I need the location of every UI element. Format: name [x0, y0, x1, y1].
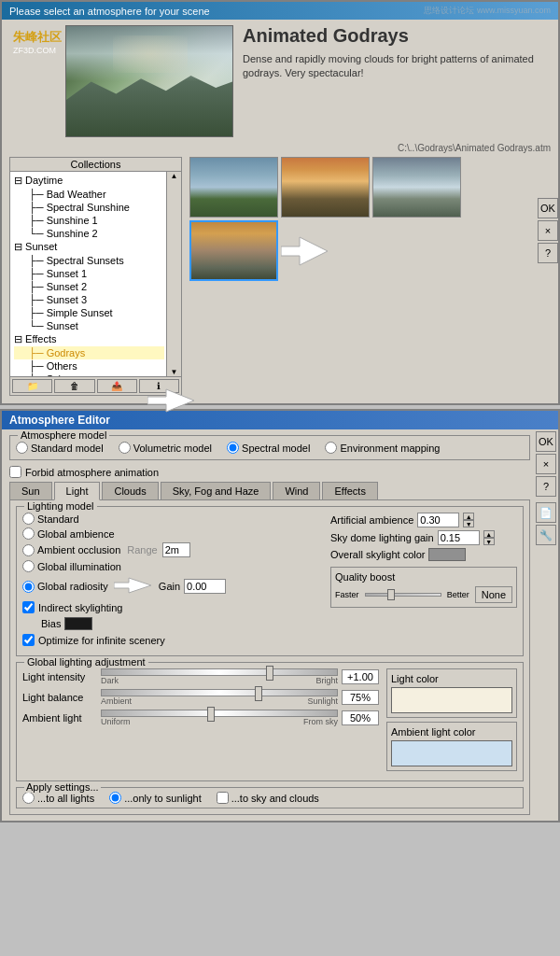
lighting-section: Standard Global ambience Ambient occlusi…: [22, 513, 517, 650]
light-intensity-value[interactable]: [342, 669, 379, 684]
optimize-infinite-checkbox[interactable]: [22, 634, 35, 646]
tab-sky-fog-haze[interactable]: Sky, Fog and Haze: [161, 482, 272, 499]
tree-item-spectral-sunshine[interactable]: ├─ Spectral Sunshine: [14, 201, 164, 214]
gain-input[interactable]: [184, 579, 226, 594]
model-environment-radio[interactable]: [325, 442, 337, 454]
forbid-animation-checkbox[interactable]: [9, 466, 21, 478]
tree-item-sunset3[interactable]: ├─ Sunset 3: [14, 293, 164, 306]
sky-dome-up[interactable]: ▲: [483, 530, 495, 538]
thumbnail-3[interactable]: [372, 157, 461, 218]
ambient-light-value[interactable]: [342, 710, 379, 725]
light-balance-row: Light balance Ambient Sunlight: [22, 689, 379, 706]
tab-sun[interactable]: Sun: [9, 482, 52, 499]
apply-all-lights[interactable]: ...to all lights: [22, 792, 94, 804]
tree-item-sunset[interactable]: ⊟ Sunset: [14, 240, 164, 254]
artificial-ambience-down[interactable]: ▼: [463, 520, 474, 527]
model-environment[interactable]: Environment mapping: [325, 442, 440, 454]
model-standard[interactable]: Standard model: [16, 442, 104, 454]
tree-item-spectral-sunsets[interactable]: ├─ Spectral Sunsets: [14, 254, 164, 267]
tree-item-others[interactable]: ├─ Others: [14, 359, 164, 373]
lighting-standard-radio[interactable]: [22, 513, 35, 525]
thumbnail-1[interactable]: [189, 157, 278, 218]
sky-dome-spinbtn[interactable]: ▲ ▼: [483, 530, 495, 545]
lighting-ambient-occlusion[interactable]: Ambient occlusion Range: [22, 542, 190, 557]
tree-item-bad-weather[interactable]: ├─ Bad Weather: [14, 188, 164, 201]
tab-wind[interactable]: Wind: [273, 482, 320, 499]
ambient-light-color-box: Ambient light color: [386, 722, 517, 771]
light-balance-sunlight: Sunlight: [307, 696, 338, 706]
quality-thumb[interactable]: [387, 589, 395, 600]
apply-sunlight[interactable]: ...only to sunlight: [109, 792, 202, 804]
ambient-light-handle[interactable]: [207, 707, 215, 722]
apply-all-lights-radio[interactable]: [22, 792, 35, 804]
light-intensity-track: [101, 668, 338, 676]
model-standard-radio[interactable]: [16, 442, 28, 454]
tree-item-godrays[interactable]: ├─ Godrays: [14, 346, 164, 359]
sky-dome-input[interactable]: [438, 530, 480, 545]
bottom-tool-button[interactable]: 🔧: [536, 525, 556, 545]
light-color-swatch[interactable]: [391, 687, 512, 713]
apply-sunlight-radio[interactable]: [109, 792, 121, 804]
bottom-x-button[interactable]: ×: [536, 454, 556, 474]
lighting-right: Artificial ambience ▲ ▼ Sky dome lightin…: [330, 513, 517, 650]
bottom-help-button[interactable]: ?: [536, 476, 556, 497]
lighting-global-illumination[interactable]: Global illumination: [22, 560, 121, 572]
apply-sky-clouds-checkbox[interactable]: [217, 792, 229, 804]
model-spectral[interactable]: Spectral model: [227, 442, 310, 454]
top-help-button[interactable]: ?: [538, 243, 558, 263]
lighting-global-illumination-radio[interactable]: [22, 560, 35, 572]
model-volumetric-radio[interactable]: [119, 442, 131, 454]
collections-tree: Collections ⊟ Daytime ├─ Bad Weather ├─ …: [9, 157, 182, 396]
tab-clouds[interactable]: Clouds: [102, 482, 158, 499]
ambient-light-color-swatch[interactable]: [391, 740, 512, 766]
model-volumetric[interactable]: Volumetric model: [119, 442, 212, 454]
sky-dome-down[interactable]: ▼: [483, 538, 495, 545]
tree-item-sunset1[interactable]: ├─ Sunset 1: [14, 267, 164, 280]
bottom-ok-button[interactable]: OK: [536, 431, 556, 452]
lighting-global-radiosity[interactable]: Global radiosity: [22, 581, 108, 593]
lighting-ambient-occlusion-radio[interactable]: [22, 544, 35, 556]
indirect-skylighting-checkbox[interactable]: [22, 601, 35, 613]
top-x-button[interactable]: ×: [538, 220, 558, 241]
lighting-global-radiosity-radio[interactable]: [22, 581, 35, 593]
tab-effects[interactable]: Effects: [322, 482, 377, 499]
artificial-ambience-row: Artificial ambience ▲ ▼: [330, 513, 517, 527]
lighting-standard[interactable]: Standard: [22, 513, 79, 525]
light-intensity-label: Light intensity: [22, 671, 97, 682]
tree-btn-delete[interactable]: 🗑: [54, 379, 94, 393]
overall-skylight-swatch[interactable]: [428, 548, 466, 561]
tree-item-sunset2[interactable]: ├─ Sunset 2: [14, 280, 164, 293]
tree-scrollbar[interactable]: ▲ ▼: [166, 172, 181, 376]
light-balance-handle[interactable]: [255, 686, 262, 701]
tree-item-effects[interactable]: ⊟ Effects: [14, 332, 164, 346]
tree-btn-export[interactable]: 📤: [97, 379, 137, 393]
artificial-ambience-input[interactable]: [417, 513, 459, 527]
thumbnail-selected[interactable]: [189, 220, 278, 281]
global-lighting-section: Global lighting adjustment Light intensi…: [16, 662, 524, 781]
bias-color-swatch[interactable]: [64, 617, 92, 630]
top-ok-button[interactable]: OK: [538, 198, 558, 218]
artificial-ambience-up[interactable]: ▲: [463, 513, 474, 520]
tree-item-daytime[interactable]: ⊟ Daytime: [14, 174, 164, 188]
none-button[interactable]: None: [475, 586, 512, 603]
range-input[interactable]: [162, 542, 190, 557]
tab-light[interactable]: Light: [54, 482, 101, 500]
bottom-doc-button[interactable]: 📄: [536, 502, 556, 523]
tree-item-science-fiction[interactable]: └─ Science...: [14, 373, 164, 377]
tree-item-sunshine2[interactable]: └─ Sunshine 2: [14, 227, 164, 240]
tree-btn-new[interactable]: 📁: [12, 379, 52, 393]
tree-item-sunshine1[interactable]: ├─ Sunshine 1: [14, 214, 164, 227]
thumbnail-2[interactable]: [281, 157, 370, 218]
faster-label: Faster: [335, 590, 359, 599]
artificial-ambience-spinbtn[interactable]: ▲ ▼: [463, 513, 474, 527]
tree-body[interactable]: ⊟ Daytime ├─ Bad Weather ├─ Spectral Sun…: [9, 172, 182, 377]
lighting-global-ambience-radio[interactable]: [22, 527, 35, 540]
lighting-global-ambience[interactable]: Global ambience: [22, 527, 115, 540]
apply-sky-clouds[interactable]: ...to sky and clouds: [217, 792, 319, 804]
tree-item-simple-sunset[interactable]: ├─ Simple Sunset: [14, 306, 164, 319]
quality-track: [365, 593, 441, 597]
model-spectral-radio[interactable]: [227, 442, 239, 454]
light-intensity-handle[interactable]: [266, 666, 273, 681]
tree-item-sunset-item[interactable]: └─ Sunset: [14, 319, 164, 332]
light-balance-value[interactable]: [342, 690, 379, 705]
